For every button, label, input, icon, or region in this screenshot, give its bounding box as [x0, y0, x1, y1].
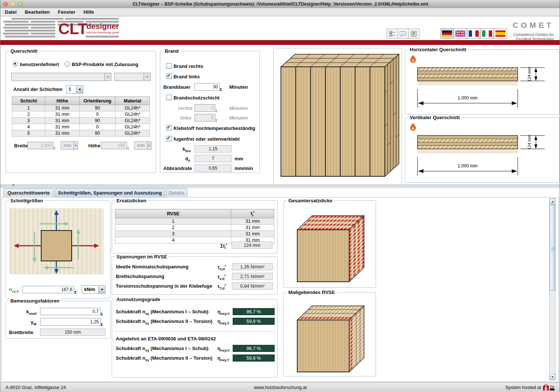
tab-querschnittswerte[interactable]: Querschnittswerte [3, 188, 54, 197]
table-row[interactable]: 231 mm [115, 225, 274, 231]
menu-bar: Datei Bearbeiten Fenster Hilfe [0, 8, 560, 16]
nxyd-label: nxy,d [9, 287, 19, 293]
spinner-down-button[interactable] [220, 90, 225, 97]
spannung-label: Torsionsschubspannung in der Klebefuge [116, 283, 212, 289]
zoom-window-button[interactable] [18, 2, 23, 6]
col-rvse[interactable]: RVSE [115, 209, 231, 218]
massgebendes-rvse-panel: Maßgebendes RVSE [284, 292, 376, 376]
ausnutzungsgrade-panel: Ausnutzungsgrade Schubkraft nxy (Mechani… [112, 299, 278, 378]
clt-designer-logo: CLT designer holz.bau forschungs gmbh [3, 18, 126, 39]
col-ti[interactable]: ti* [231, 209, 274, 218]
checkbox-brand-links[interactable]: Brand links [166, 73, 200, 80]
gamma-spinner[interactable]: 1,25 [40, 318, 105, 326]
spinner-down-button[interactable] [74, 293, 79, 299]
tab-schnittgroessen[interactable]: Schnittgrößen, Spannungen und Ausnutzung [55, 188, 165, 197]
tau0-value: 1,35 N/mm² [232, 263, 273, 270]
ausnutzung-label: Schubkraft nxy (Mechanismus I – Schub) [116, 346, 209, 352]
brand-panel: Brand Brand rechts Brand links Branddaue… [160, 51, 260, 173]
nxyd-spinner[interactable]: 167,8 [22, 286, 79, 293]
svg-text:designer: designer [86, 22, 119, 30]
sum-ti-value: 124 mm [232, 242, 272, 249]
brettbreite-value: 150 mm [40, 329, 105, 336]
checkbox-brand-rechts[interactable]: Brand rechts [166, 63, 203, 69]
close-window-button[interactable] [3, 2, 8, 6]
hoehe-spinner: 155 [101, 142, 132, 149]
kmod-spinner[interactable]: 0,7 [40, 308, 105, 315]
checkbox-fugenfrei[interactable]: fugenfrei oder seitenverklebt [166, 135, 240, 142]
branddauer-spinner[interactable]: 30 [194, 83, 225, 91]
breite-label: Breite [14, 143, 28, 148]
flag-spanish-button[interactable] [494, 28, 507, 39]
vertikaler-querschnitt-title: Vertikaler Querschnitt [408, 115, 461, 120]
flag-english-button[interactable] [454, 28, 467, 39]
d0-value: 7 [194, 155, 232, 162]
svg-text:TU: TU [550, 385, 554, 388]
d0-label: d0 [185, 156, 190, 163]
horizontaler-querschnitt-panel: Horizontaler Querschnitt [405, 49, 560, 115]
col-hoehe[interactable]: Höhe [45, 97, 80, 105]
separator [114, 331, 274, 332]
scrollbar-thumb[interactable] [550, 205, 555, 291]
eta-symbol: ηnxy,T [217, 355, 229, 362]
title-bar: CLTdesigner – BSP-Scheibe (Schubspannung… [0, 0, 560, 9]
table-row[interactable]: 231 mm0GL24h* [12, 111, 150, 118]
col-orientierung[interactable]: Orientierung [79, 97, 115, 105]
spannung-label: Ideelle Nominalschubspannung [116, 264, 189, 270]
menu-datei[interactable]: Datei [5, 9, 17, 15]
flag-france-icon [469, 30, 479, 37]
chevron-down-icon [99, 285, 105, 294]
col-material[interactable]: Material [115, 97, 150, 105]
menu-fenster[interactable]: Fenster [58, 9, 75, 15]
footer-hosted: System hosted at [505, 385, 541, 390]
checkbox-icon [166, 95, 172, 100]
radio-bsp-produkte[interactable]: BSP-Produkte mit Zulassung [65, 61, 138, 68]
table-row[interactable]: 431 mm0GL24h* [12, 124, 150, 130]
help-button[interactable]: ? [408, 29, 419, 39]
eta-nxyt-value2: 59,9 % [233, 355, 275, 362]
comment-icon: i [400, 31, 406, 37]
minimize-window-button[interactable] [11, 2, 15, 6]
table-row[interactable]: 131 mm90GL24h* [12, 105, 150, 111]
table-row[interactable]: 331 mm [115, 231, 274, 237]
options-button[interactable] [387, 29, 398, 39]
kfire-label: kfire [183, 146, 191, 153]
checkbox-klebstoff[interactable]: Klebstoff hochtemperaturbeständig [166, 125, 255, 131]
col-schicht[interactable]: Schicht [12, 97, 45, 105]
sum-ti-label: Σti* [205, 243, 227, 250]
checkbox-brandschutzschicht[interactable]: Brandschutzschicht [166, 94, 220, 101]
clt-panel-3d-image [274, 48, 401, 184]
layers-label: Anzahl der Schichten [13, 86, 62, 92]
brand-title: Brand [163, 48, 180, 54]
nxyd-unit-select[interactable]: kN/m [82, 285, 105, 294]
flag-german-button[interactable] [441, 28, 453, 39]
table-row[interactable]: 331 mm90GL24h* [12, 118, 150, 124]
tab-bar: Querschnittswerte Schnittgrößen, Spannun… [0, 188, 560, 197]
bemessungsfaktoren-panel: Bemessungsfaktoren kmod 0,7 γM 1,25 Bret… [6, 301, 111, 339]
scroll-up-button[interactable] [550, 199, 555, 204]
accent-bar [0, 40, 560, 45]
table-row[interactable]: 131 mm [115, 218, 274, 225]
layers-select[interactable]: 5 [66, 85, 83, 94]
flag-italian-button[interactable] [481, 28, 494, 39]
scroll-down-button[interactable] [550, 374, 555, 380]
radio-benutzerdefiniert[interactable]: benutzerdefiniert [13, 61, 59, 68]
hoehe-label: Höhe [88, 143, 101, 148]
eta-symbol: ηnxy,V [217, 346, 230, 352]
table-row[interactable]: 531 mm90GL24h* [12, 130, 150, 137]
svg-text:1.000 mm: 1.000 mm [458, 163, 477, 169]
vertical-scrollbar[interactable] [549, 198, 556, 380]
tauv-symbol: τv,d* [217, 274, 226, 281]
kfire-value: 1,15 [194, 145, 232, 153]
scrollbar-grip-icon [551, 248, 554, 251]
menu-hilfe[interactable]: Hilfe [83, 9, 94, 15]
vertikaler-querschnitt-panel: Vertikaler Querschnitt 1 [405, 117, 560, 183]
checkbox-checked-icon [166, 125, 172, 131]
breite-unit-select: mm [61, 141, 78, 150]
flag-italy-icon [482, 30, 492, 37]
spannungen-panel: Spannungen im RVSE Ideelle Nominalschubs… [112, 257, 278, 295]
flag-french-button[interactable] [467, 28, 480, 39]
comment-button[interactable]: i [397, 29, 409, 39]
menu-bearbeiten[interactable]: Bearbeiten [25, 9, 50, 15]
eta-symbol: ηnxy,V [217, 309, 230, 316]
flag-uk-icon [455, 30, 465, 37]
